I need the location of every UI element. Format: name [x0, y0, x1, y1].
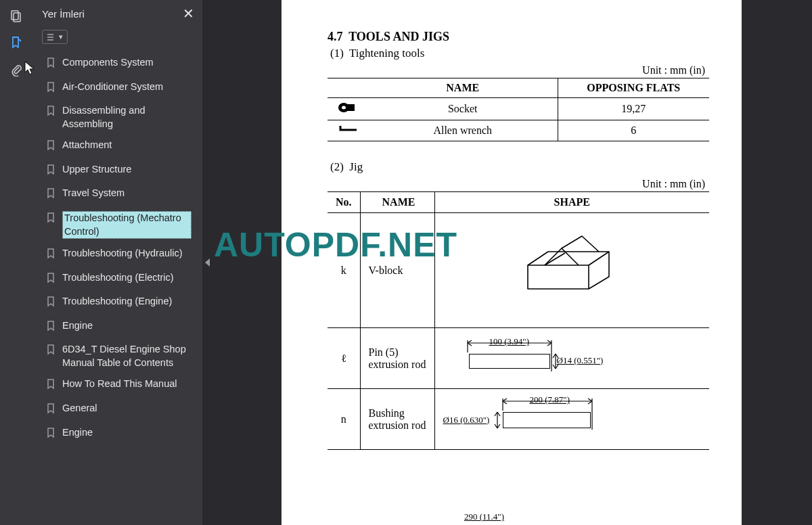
bookmark-icon: [46, 428, 55, 442]
bookmarks-panel: Yer İmleri ✕ ▾ Components SystemAir-Cond…: [32, 0, 203, 525]
bookmark-icon: [46, 321, 55, 336]
table-row: No. NAME SHAPE: [328, 192, 709, 213]
bookmark-item[interactable]: 6D34_T Diesel Engine Shop Manual Table o…: [38, 339, 197, 373]
jig-no: ℓ: [328, 328, 360, 389]
bookmark-item[interactable]: How To Read This Manual: [38, 373, 197, 398]
tool-name: Socket: [368, 98, 558, 120]
sub1-no: (1): [330, 47, 344, 60]
unit-label-1: Unit : mm (in): [328, 64, 705, 76]
bookmark-label: Troubleshooting (Electric): [62, 271, 174, 285]
panel-header: Yer İmleri ✕: [32, 0, 202, 27]
jig-name: Pin (5) extrusion rod: [360, 328, 434, 389]
bookmark-icon: [46, 273, 55, 288]
table-row: ℓ Pin (5) extrusion rod: [328, 328, 709, 389]
tools-table: NAME OPPOSING FLATS Socket 19,27 Allen w…: [328, 78, 709, 141]
tools-header-name: NAME: [368, 78, 558, 98]
bookmark-icon: [46, 58, 55, 72]
dim-height: Ø14 (0.551"): [557, 355, 604, 366]
panel-resize-handle[interactable]: [203, 0, 211, 525]
bookmark-item[interactable]: General: [38, 398, 197, 422]
jig-header-no: No.: [328, 192, 360, 213]
bookmark-item[interactable]: Upper Structure: [38, 159, 197, 183]
dim-width: 200 (7.87"): [530, 394, 570, 405]
subsection-1: (1) Tightening tools: [330, 47, 709, 60]
bookmark-label: General: [62, 402, 97, 415]
vblock-shape: [434, 213, 709, 328]
sub2-title: Jig: [349, 160, 363, 173]
bookmark-item[interactable]: Engine: [38, 422, 197, 447]
section-heading: 4.7 TOOLS AND JIGS: [328, 30, 709, 44]
socket-icon: [328, 98, 368, 120]
document-viewport[interactable]: AUTOPDF.NET 4.7 TOOLS AND JIGS (1) Tight…: [211, 0, 812, 525]
pdf-page: AUTOPDF.NET 4.7 TOOLS AND JIGS (1) Tight…: [281, 0, 742, 525]
bookmark-icon: [46, 212, 55, 227]
bookmark-label: Disassembling and Assembling: [62, 104, 191, 131]
table-row: Socket 19,27: [328, 98, 709, 120]
bookmark-item[interactable]: Air-Conditioner System: [38, 76, 197, 101]
bookmark-icon: [46, 344, 55, 359]
dim-height: Ø16 (0.630"): [443, 415, 490, 426]
bookmark-item[interactable]: Troubleshooting (Mechatro Control): [38, 207, 197, 243]
bookmark-item[interactable]: Troubleshooting (Hydraulic): [38, 243, 197, 267]
jig-name: Bushing extrusion rod: [360, 389, 434, 450]
sub2-no: (2): [330, 160, 344, 173]
allen-wrench-icon: [328, 120, 368, 141]
bookmark-icon: [46, 188, 55, 203]
watermark-text: AUTOPDF.NET: [214, 225, 457, 265]
unit-label-2: Unit : mm (in): [328, 178, 705, 190]
bookmark-item[interactable]: Troubleshooting (Electric): [38, 267, 197, 292]
attachments-icon[interactable]: [9, 62, 24, 77]
bookmark-item[interactable]: Travel System: [38, 183, 197, 207]
bookmark-icon: [46, 82, 55, 97]
bookmark-icon: [46, 296, 55, 311]
bookmark-label: Attachment: [62, 139, 112, 152]
thumbnails-icon[interactable]: [9, 8, 24, 23]
sub1-title: Tightening tools: [349, 47, 424, 60]
tool-value: 19,27: [558, 98, 709, 120]
bookmark-icon: [46, 140, 55, 155]
bookmark-label: How To Read This Manual: [62, 378, 177, 391]
table-row: NAME OPPOSING FLATS: [328, 78, 709, 98]
bookmark-item[interactable]: Attachment: [38, 135, 197, 159]
bookmark-label: Troubleshooting (Engine): [62, 295, 172, 309]
bushing-rod-shape: 200 (7.87") Ø16 (0.630"): [434, 389, 709, 450]
tools-header-opposing: OPPOSING FLATS: [558, 78, 709, 98]
bookmark-item[interactable]: Engine: [38, 315, 197, 340]
bookmark-label: Upper Structure: [62, 163, 131, 177]
svg-rect-0: [12, 11, 18, 20]
bookmarks-icon[interactable]: [9, 35, 24, 50]
table-row: Allen wrench 6: [328, 120, 709, 141]
bookmark-icon: [46, 106, 55, 120]
chevron-left-icon: [205, 258, 210, 267]
bookmark-item[interactable]: Disassembling and Assembling: [38, 100, 197, 135]
bookmark-list[interactable]: Components SystemAir-Conditioner SystemD…: [32, 49, 202, 525]
bookmark-label: Engine: [62, 426, 93, 440]
section-number: 4.7: [328, 30, 343, 43]
left-toolbar: [0, 0, 32, 525]
bookmark-label: Engine: [62, 319, 93, 333]
bookmark-item[interactable]: Components System: [38, 52, 197, 76]
jig-header-shape: SHAPE: [434, 192, 709, 213]
pin-rod-shape: 100 (3.94") Ø14 (0.551"): [434, 328, 709, 389]
dim-width: 100 (3.94"): [489, 336, 529, 347]
bookmark-icon: [46, 403, 55, 418]
jig-no: n: [328, 389, 360, 450]
bookmark-icon: [46, 379, 55, 394]
table-row: n Bushing extrusion rod: [328, 389, 709, 450]
close-icon[interactable]: ✕: [183, 7, 194, 20]
outline-options-button[interactable]: ▾: [42, 30, 68, 44]
svg-rect-1: [14, 13, 20, 22]
panel-title: Yer İmleri: [42, 8, 85, 20]
bookmark-label: Troubleshooting (Hydraulic): [62, 247, 183, 260]
bookmark-label: Components System: [62, 56, 154, 70]
bookmark-label: Travel System: [62, 187, 125, 200]
bookmark-icon: [46, 164, 55, 179]
tool-name: Allen wrench: [368, 120, 558, 141]
bookmark-item[interactable]: Troubleshooting (Engine): [38, 291, 197, 315]
bookmark-label: 6D34_T Diesel Engine Shop Manual Table o…: [62, 343, 191, 369]
svg-point-6: [342, 106, 346, 110]
bookmark-icon: [46, 248, 55, 263]
bottom-dimension: 290 (11.4"): [464, 511, 504, 522]
tools-header-blank: [328, 78, 368, 98]
jig-header-name: NAME: [360, 192, 434, 213]
